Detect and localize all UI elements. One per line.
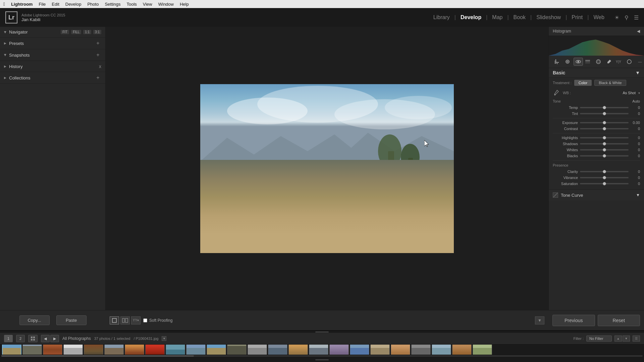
grid-view-btn[interactable]: [28, 335, 38, 342]
thumb-3[interactable]: [43, 345, 62, 355]
menu-file[interactable]: File: [39, 2, 46, 7]
page1-btn[interactable]: 1: [4, 335, 13, 342]
presets-add-btn[interactable]: +: [95, 40, 101, 46]
thumb-16[interactable]: [309, 345, 328, 355]
thumb-13[interactable]: [248, 345, 267, 355]
bottom-expand-handle[interactable]: [0, 357, 644, 362]
tone-curve-section[interactable]: Tone Curve ▼: [549, 189, 644, 200]
thumb-8[interactable]: [145, 345, 165, 355]
page2-btn[interactable]: 2: [16, 335, 25, 342]
zoom-control[interactable]: YY▾: [131, 316, 141, 324]
temp-slider[interactable]: [580, 107, 629, 108]
menu-settings[interactable]: Settings: [105, 2, 120, 7]
exposure-slider[interactable]: [580, 122, 629, 123]
thumb-14[interactable]: [268, 345, 287, 355]
tone-curve-collapse-icon[interactable]: ▼: [636, 193, 640, 197]
menu-window[interactable]: Window: [158, 2, 174, 7]
module-book[interactable]: Book: [510, 13, 529, 22]
reset-btn[interactable]: Reset: [598, 315, 640, 326]
history-close-btn[interactable]: x: [99, 64, 101, 69]
search-icon[interactable]: ⚲: [625, 14, 629, 21]
apple-menu[interactable]: : [3, 1, 5, 7]
thumb-12[interactable]: [227, 345, 247, 355]
menu-photo[interactable]: Photo: [87, 2, 99, 7]
scrollbar-track[interactable]: [1, 355, 643, 357]
history-header[interactable]: ▶ History x: [0, 61, 105, 72]
menu-lightroom[interactable]: Lightroom: [11, 2, 33, 7]
contrast-slider[interactable]: [580, 128, 629, 129]
thumb-9[interactable]: [166, 345, 185, 355]
1to1-btn[interactable]: 1:1: [83, 30, 91, 34]
thumb-6[interactable]: [104, 345, 124, 355]
thumb-21[interactable]: [411, 345, 431, 355]
thumb-23[interactable]: [452, 345, 472, 355]
fit-btn[interactable]: FIT: [61, 30, 69, 34]
thumb-17[interactable]: [329, 345, 349, 355]
filter-down-btn[interactable]: ▼: [623, 336, 630, 342]
expand-btn[interactable]: ▼: [535, 316, 544, 324]
red-eye-icon[interactable]: [574, 58, 583, 66]
thumb-18[interactable]: [350, 345, 369, 355]
thumb-2[interactable]: [22, 345, 42, 355]
wb-value[interactable]: As Shot: [623, 91, 636, 95]
activity-icon[interactable]: ☰: [634, 14, 639, 21]
copy-btn[interactable]: Copy...: [19, 315, 50, 325]
menu-view[interactable]: View: [143, 2, 152, 7]
filter-settings-btn[interactable]: ☰: [633, 336, 640, 342]
module-slideshow[interactable]: Slideshow: [533, 13, 564, 22]
thumb-22[interactable]: [432, 345, 451, 355]
module-develop[interactable]: Develop: [457, 13, 485, 22]
snapshots-header[interactable]: ▶ Snapshots +: [0, 49, 105, 61]
previous-btn[interactable]: Previous: [552, 315, 595, 326]
thumb-24[interactable]: [473, 345, 492, 355]
fill-btn[interactable]: FILL: [71, 30, 81, 34]
wb-eyedropper[interactable]: [553, 89, 560, 97]
paste-btn[interactable]: Paste: [56, 315, 87, 325]
adjustment-brush-icon[interactable]: [604, 58, 614, 66]
menu-help[interactable]: Help: [180, 2, 189, 7]
blacks-slider[interactable]: [580, 155, 629, 157]
thumb-20[interactable]: [391, 345, 410, 355]
menu-edit[interactable]: Edit: [52, 2, 59, 7]
collections-header[interactable]: ▶ Collections +: [0, 72, 105, 83]
menu-tools[interactable]: Tools: [126, 2, 137, 7]
next-arrow-btn[interactable]: ▶: [50, 335, 59, 342]
3to1-btn[interactable]: 3:1: [93, 30, 101, 34]
filename-dropdown[interactable]: ▼: [162, 336, 166, 341]
thumb-4[interactable]: [63, 345, 83, 355]
basic-collapse-icon[interactable]: ▼: [635, 70, 640, 75]
wb-dropdown[interactable]: ▾: [638, 91, 640, 95]
loupe-view-btn[interactable]: [110, 316, 119, 324]
tint-slider[interactable]: [580, 113, 629, 114]
module-library[interactable]: Library: [430, 13, 453, 22]
module-print[interactable]: Print: [568, 13, 586, 22]
snapshots-add-btn[interactable]: +: [95, 52, 101, 58]
filter-up-btn[interactable]: ▲: [614, 336, 622, 342]
soft-proofing-checkbox[interactable]: [143, 318, 147, 322]
thumb-10[interactable]: [186, 345, 206, 355]
solo-mode-icon[interactable]: [625, 58, 634, 66]
spot-removal-icon[interactable]: [563, 58, 572, 66]
shadows-slider[interactable]: [580, 143, 629, 144]
soft-proofing-toggle[interactable]: Soft Proofing: [143, 318, 172, 323]
scrollbar-thumb[interactable]: [1, 355, 194, 357]
color-btn[interactable]: Color: [574, 80, 592, 86]
histogram-collapse-icon[interactable]: ◀: [637, 29, 640, 34]
module-map[interactable]: Map: [489, 13, 506, 22]
vibrance-slider[interactable]: [580, 177, 629, 178]
creative-cloud-icon[interactable]: ☀: [614, 14, 619, 21]
highlights-slider[interactable]: [580, 137, 629, 138]
menu-develop[interactable]: Develop: [65, 2, 82, 7]
navigator-header[interactable]: ▶ Navigator FIT FILL 1:1 3:1: [0, 27, 105, 37]
collections-add-btn[interactable]: +: [95, 75, 101, 81]
thumb-11[interactable]: [207, 345, 226, 355]
filter-select[interactable]: No Filter: [586, 336, 612, 342]
thumb-1[interactable]: [2, 345, 21, 355]
saturation-slider[interactable]: [580, 183, 629, 184]
prev-arrow-btn[interactable]: ◀: [41, 335, 50, 342]
bw-btn[interactable]: Black & White: [594, 80, 626, 86]
reset-icon[interactable]: —: [635, 58, 644, 66]
auto-btn[interactable]: Auto: [632, 99, 640, 103]
thumb-7[interactable]: [125, 345, 144, 355]
crop-overlay-icon[interactable]: [552, 58, 561, 66]
